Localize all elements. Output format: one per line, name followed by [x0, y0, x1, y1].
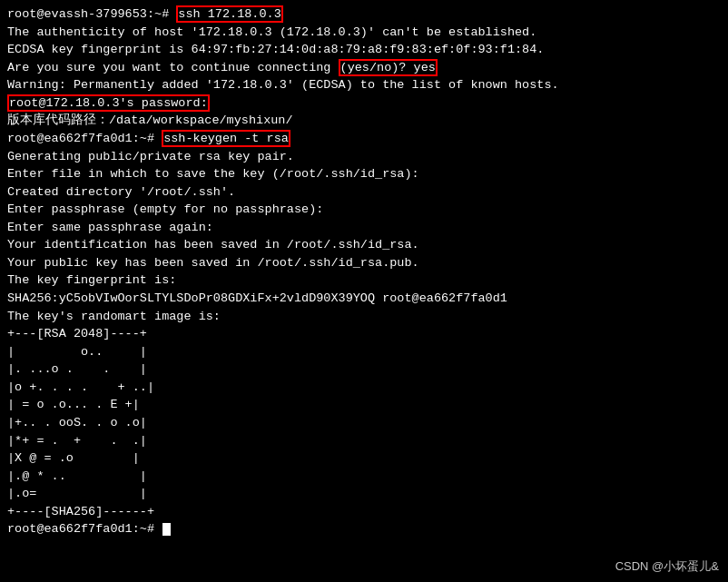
line-10: Enter file in which to save the key (/ro…	[7, 165, 721, 183]
line-5: Warning: Permanently added '172.18.0.3' …	[7, 76, 721, 94]
randomart-8: |.@ * .. |	[7, 468, 721, 486]
cursor-block	[162, 523, 171, 536]
randomart-top: +---[RSA 2048]----+	[7, 325, 721, 343]
line-15: Your public key has been saved in /root/…	[7, 254, 721, 272]
randomart-9: |.o= |	[7, 485, 721, 503]
ssh-command: ssh 172.18.0.3	[176, 5, 282, 23]
randomart-5: |+.. . ooS. . o .o|	[7, 414, 721, 432]
line-13: Enter same passphrase again:	[7, 219, 721, 237]
line-17: SHA256:yC5obVIwOorSLTYLSDoPr08GDXiFx+2vl…	[7, 290, 721, 308]
final-prompt: root@ea662f7fa0d1:~#	[7, 522, 162, 536]
line-16: The key fingerprint is:	[7, 271, 721, 290]
keygen-command: ssh-keygen -t rsa	[162, 130, 290, 147]
password-prompt: root@172.18.0.3's password:	[7, 94, 210, 112]
line-1: root@evassh-3799653:~# ssh 172.18.0.3	[7, 5, 721, 24]
watermark: CSDN @小坏蛋儿&	[615, 558, 719, 575]
randomart-3: |o +. . . . + ..|	[7, 379, 721, 397]
last-prompt-line: root@ea662f7fa0d1:~#	[7, 520, 721, 538]
yesno-highlight: (yes/no)? yes	[339, 59, 438, 76]
continue-text: Are you sure you want to continue connec…	[7, 61, 339, 74]
line-4: Are you sure you want to continue connec…	[7, 59, 721, 77]
line-12: Enter passphrase (empty for no passphras…	[7, 201, 721, 219]
randomart-bottom: +----[SHA256]------+	[7, 503, 721, 521]
randomart-2: |. ...o . . |	[7, 360, 721, 379]
randomart-7: |X @ = .o |	[7, 449, 721, 468]
randomart-1: | o.. |	[7, 343, 721, 361]
line-3: ECDSA key fingerprint is 64:97:fb:27:14:…	[7, 41, 721, 59]
terminal: root@evassh-3799653:~# ssh 172.18.0.3 Th…	[0, 0, 728, 582]
line-11: Created directory '/root/.ssh'.	[7, 183, 721, 202]
randomart-6: |*+ = . + . .|	[7, 432, 721, 450]
prompt-1: root@evassh-3799653:~#	[7, 7, 176, 21]
prompt-2: root@ea662f7fa0d1:~#	[7, 132, 162, 145]
line-2: The authenticity of host '172.18.0.3 (17…	[7, 24, 721, 42]
line-14: Your identification has been saved in /r…	[7, 236, 721, 254]
line-6: root@172.18.0.3's password:	[7, 94, 721, 113]
line-7: 版本库代码路径：/data/workspace/myshixun/	[7, 112, 721, 130]
line-8: root@ea662f7fa0d1:~# ssh-keygen -t rsa	[7, 130, 721, 148]
line-18: The key's randomart image is:	[7, 308, 721, 326]
randomart-4: | = o .o... . E +|	[7, 396, 721, 414]
line-9: Generating public/private rsa key pair.	[7, 148, 721, 166]
